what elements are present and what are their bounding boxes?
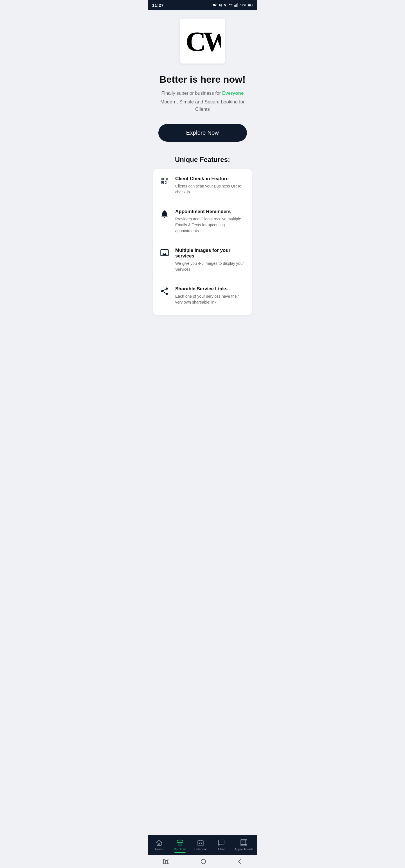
share-icon xyxy=(159,287,170,296)
svg-rect-3 xyxy=(237,3,238,7)
appointments-icon xyxy=(240,839,248,846)
feature-reminders-text: Appointment Reminders Providers and Clie… xyxy=(175,209,246,234)
nav-item-my-store[interactable]: My Store xyxy=(170,837,191,853)
svg-text:CW: CW xyxy=(185,26,221,55)
battery-text: 57% xyxy=(240,3,247,7)
svg-point-11 xyxy=(199,843,200,844)
feature-images-text: Multiple images for your services We giv… xyxy=(175,248,246,272)
logo-container: CW xyxy=(180,19,225,64)
nav-label-chat: Chat xyxy=(218,847,225,851)
svg-rect-1 xyxy=(235,4,236,7)
back-button[interactable] xyxy=(237,859,242,865)
svg-rect-15 xyxy=(167,860,169,864)
system-nav xyxy=(148,855,257,868)
nav-label-home: Home xyxy=(155,847,163,851)
key-icon xyxy=(213,3,217,7)
features-title: Unique Features: xyxy=(175,156,230,164)
nav-item-home[interactable]: Home xyxy=(149,837,170,853)
battery-icon xyxy=(248,3,253,7)
wifi-icon xyxy=(228,3,233,7)
svg-rect-5 xyxy=(248,4,251,6)
location-icon xyxy=(224,3,227,7)
logo-text: CW xyxy=(184,24,221,58)
nav-item-calendar[interactable]: Calendar xyxy=(190,837,211,853)
qr-code-icon xyxy=(159,177,170,186)
explore-now-button[interactable]: Explore Now xyxy=(158,124,247,142)
status-time: 11:27 xyxy=(152,3,164,8)
chat-icon xyxy=(218,839,225,846)
main-content: CW Better is here now! Finally superior … xyxy=(148,10,257,835)
feature-images: Multiple images for your services We giv… xyxy=(153,241,252,279)
back-arrow-icon xyxy=(237,859,242,865)
features-list: Client Check-in Feature Clients can scan… xyxy=(153,169,252,315)
feature-links: Sharable Service Links Each one of your … xyxy=(153,279,252,312)
hero-subtitle2: Modern, Simple and Secure booking for Cl… xyxy=(153,98,252,113)
bottom-nav: Home My Store Calendar Chat Appointments xyxy=(148,835,257,855)
store-icon xyxy=(176,839,184,846)
svg-rect-0 xyxy=(235,5,235,7)
nav-label-appointments: Appointments xyxy=(235,847,253,851)
svg-rect-13 xyxy=(164,859,165,864)
image-icon xyxy=(159,248,170,257)
mute-icon xyxy=(218,3,222,7)
hero-title: Better is here now! xyxy=(160,74,245,85)
nav-item-chat[interactable]: Chat xyxy=(211,837,232,853)
home-icon xyxy=(155,839,163,846)
nav-label-my-store: My Store xyxy=(174,847,186,851)
svg-rect-7 xyxy=(198,840,203,846)
logo-svg: CW xyxy=(184,24,221,55)
svg-rect-14 xyxy=(165,860,167,864)
bell-icon xyxy=(159,209,170,218)
signal-icon xyxy=(234,3,238,7)
status-bar: 11:27 57% xyxy=(148,0,257,10)
nav-label-calendar: Calendar xyxy=(194,847,207,851)
home-button[interactable] xyxy=(200,859,206,865)
calendar-icon xyxy=(197,839,204,846)
recent-apps-button[interactable] xyxy=(163,859,169,864)
svg-rect-16 xyxy=(201,859,206,864)
feature-links-text: Sharable Service Links Each one of your … xyxy=(175,286,246,305)
feature-reminders: Appointment Reminders Providers and Clie… xyxy=(153,202,252,241)
hero-subtitle: Finally superior business for Everyone xyxy=(162,90,244,97)
feature-checkin: Client Check-in Feature Clients can scan… xyxy=(153,169,252,202)
svg-rect-2 xyxy=(236,4,237,7)
nav-item-appointments[interactable]: Appointments xyxy=(232,837,256,853)
status-icons: 57% xyxy=(213,3,253,7)
feature-checkin-text: Client Check-in Feature Clients can scan… xyxy=(175,176,246,195)
home-gesture-icon xyxy=(200,859,206,865)
recent-apps-icon xyxy=(163,859,169,864)
svg-point-12 xyxy=(201,843,202,844)
